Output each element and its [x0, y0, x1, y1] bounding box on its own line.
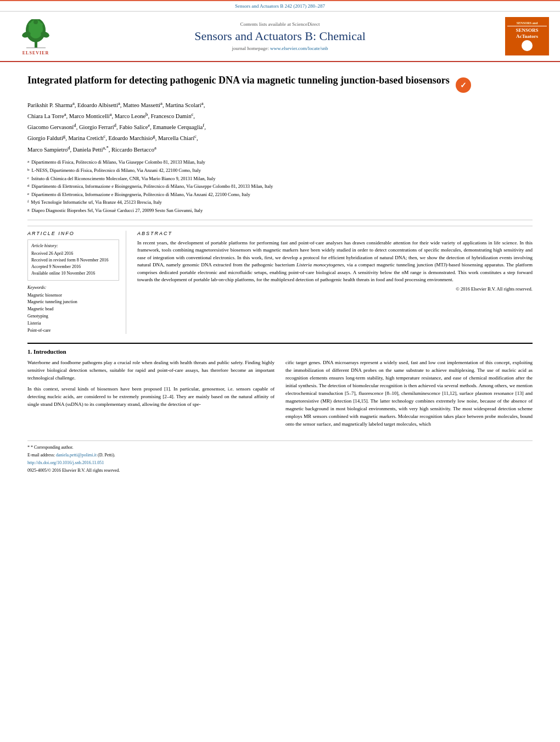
affil-e-text: Dipartimento di Elettronica, Informazion… [31, 191, 250, 199]
article-title-section: Integrated platform for detecting pathog… [27, 74, 533, 93]
intro-number: 1. [27, 348, 32, 355]
sup-a7: a [154, 144, 156, 150]
authors-section: Parikshit P. Sharmaa, Edoardo Albisettia… [27, 99, 533, 154]
affil-b: b L-NESS, Dipartimento di Fisica, Polite… [27, 167, 533, 175]
sensors-top-line: SENSORS and [517, 21, 538, 25]
affil-g-sup: g [27, 207, 30, 215]
affil-f: f Myti Tecnologie Informatiche srl, Via … [27, 199, 533, 207]
sup-c: c [191, 111, 193, 116]
sup-b: b [145, 111, 148, 116]
sup-f: f [203, 122, 204, 128]
intro-col-right: cific target genes. DNA microarrays repr… [285, 359, 533, 431]
intro-text-columns: Waterborne and foodborne pathogens play … [27, 359, 533, 431]
affil-f-text: Myti Tecnologie Informatiche srl, Via Br… [31, 199, 161, 207]
affil-c: c Istituto di Chimica del Riconoscimento… [27, 175, 533, 183]
authors-text: Parikshit P. Sharmaa, Edoardo Albisettia… [27, 102, 206, 153]
svg-point-5 [33, 20, 38, 24]
sup-g2: g [153, 133, 155, 139]
sensors-main-text: SENSORSAcTuators [516, 27, 538, 40]
doi-link[interactable]: http://dx.doi.org/10.1016/j.snb.2016.11.… [27, 460, 104, 465]
elsevier-logo: ELSEVIER [11, 17, 60, 55]
doi-bar: Sensors and Actuators B 242 (2017) 280–2… [0, 0, 560, 12]
journal-center: Contents lists available at ScienceDirec… [66, 17, 494, 55]
sup-e: e [148, 122, 150, 128]
affil-d: d Dipartimento di Elettronica, Informazi… [27, 183, 533, 191]
revised-date: Received in revised form 8 November 2016 [31, 257, 115, 264]
affil-g-text: Diapro Diagnostic Bioprobes Srl, Via Gio… [32, 207, 203, 215]
sensors-bottom-icon [522, 40, 533, 51]
keywords-label: Keywords: [27, 285, 119, 290]
affil-e: e Dipartimento di Elettronica, Informazi… [27, 191, 533, 199]
intro-para-3: cific target genes. DNA microarrays repr… [285, 359, 533, 428]
affiliations-section: a Dipartimento di Fisica, Politecnico di… [27, 159, 533, 220]
keyword-2: Magnetic tunneling junction [27, 299, 119, 306]
footnote-issn: 0925-4005/© 2016 Elsevier B.V. All right… [27, 467, 533, 474]
abstract-header: ABSTRACT [137, 231, 533, 236]
svg-point-7 [40, 23, 43, 26]
keyword-6: Point-of-care [27, 327, 119, 334]
footnote-email: E-mail address: daniela.petti@polimi.it … [27, 452, 533, 459]
content-area: Integrated platform for detecting pathog… [0, 62, 560, 481]
intro-para-1: Waterborne and foodborne pathogens play … [27, 359, 275, 382]
sup-c3: c [194, 133, 197, 139]
corresponding-text: * Corresponding author. [31, 445, 74, 450]
sup-d2: d [114, 122, 116, 128]
affil-f-sup: f [27, 199, 29, 207]
abstract-text: In recent years, the development of port… [137, 239, 533, 284]
svg-point-6 [29, 23, 32, 26]
sup-g: g [63, 133, 65, 139]
keyword-5: Listeria [27, 320, 119, 327]
footnote-corresponding: * * Corresponding author. [27, 444, 533, 451]
sup-a5: a [64, 111, 66, 116]
homepage-link[interactable]: www.elsevier.com/locate/snb [270, 46, 328, 51]
affil-g: g Diapro Diagnostic Bioprobes Srl, Via G… [27, 207, 533, 215]
affil-a-text: Dipartimento di Fisica, Politecnico di M… [31, 159, 205, 167]
affil-c-sup: c [27, 175, 29, 183]
introduction-section: 1. Introduction Waterborne and foodborne… [27, 343, 533, 431]
sensors-actuators-logo: SENSORS and SENSORSAcTuators [505, 17, 549, 55]
intro-para-2: In this context, several kinds of biosen… [27, 386, 275, 409]
title-text: Integrated platform for detecting pathog… [27, 74, 450, 87]
sup-a-star: a,* [103, 144, 108, 150]
footnote-section: * * Corresponding author. E-mail address… [27, 440, 533, 474]
footnote-doi: http://dx.doi.org/10.1016/j.snb.2016.11.… [27, 460, 533, 466]
sup-a6: a [110, 111, 112, 116]
sup-c2: c [103, 133, 105, 139]
received-date: Received 26 April 2016 [31, 250, 115, 257]
doi-text: Sensors and Actuators B 242 (2017) 280–2… [235, 3, 325, 9]
affil-d-sup: d [27, 183, 30, 191]
sup-a4: a [201, 100, 204, 105]
elsevier-tree-icon [15, 19, 57, 49]
elsevier-label: ELSEVIER [23, 51, 49, 55]
available-date: Available online 10 November 2016 [31, 270, 115, 277]
affil-c-text: Istituto di Chimica del Riconoscimento M… [31, 175, 215, 183]
keyword-4: Genotyping [27, 313, 119, 320]
accepted-date: Accepted 9 November 2016 [31, 264, 115, 270]
article-title: Integrated platform for detecting pathog… [27, 74, 533, 93]
affil-b-text: L-NESS, Dipartimento di Fisica, Politecn… [32, 167, 201, 175]
email-name: (D. Petti). [98, 453, 115, 458]
keyword-3: Magnetic bead [27, 306, 119, 313]
page: Sensors and Actuators B 242 (2017) 280–2… [0, 0, 560, 742]
journal-header: ELSEVIER Contents lists available at Sci… [0, 12, 560, 62]
homepage-label: journal homepage: [232, 46, 269, 51]
email-link[interactable]: daniela.petti@polimi.it [56, 453, 97, 458]
sup-d: d [74, 122, 76, 128]
sup-a: a [72, 100, 75, 105]
article-info-column: ARTICLE INFO Article history: Received 2… [27, 231, 126, 334]
sciencedirect-text: Contents lists available at ScienceDirec… [240, 21, 320, 27]
journal-homepage: journal homepage: www.elsevier.com/locat… [232, 46, 328, 51]
article-history-label: Article history: [31, 243, 115, 248]
affil-e-sup: e [27, 191, 29, 199]
affil-b-sup: b [27, 167, 30, 175]
keyword-1: Magnetic biosensor [27, 292, 119, 299]
affil-d-text: Dipartimento di Elettronica, Informazion… [32, 183, 273, 191]
intro-title: 1. Introduction [27, 348, 533, 355]
keywords-box: Keywords: Magnetic biosensor Magnetic tu… [27, 285, 119, 334]
crossmark-icon: ✓ [455, 77, 472, 93]
article-history-box: Article history: Received 26 April 2016 … [27, 239, 119, 281]
sup-a3: a [160, 100, 163, 105]
intro-col-left: Waterborne and foodborne pathogens play … [27, 359, 275, 431]
svg-text:✓: ✓ [460, 81, 467, 90]
copyright-text: © 2016 Elsevier B.V. All rights reserved… [137, 286, 533, 292]
